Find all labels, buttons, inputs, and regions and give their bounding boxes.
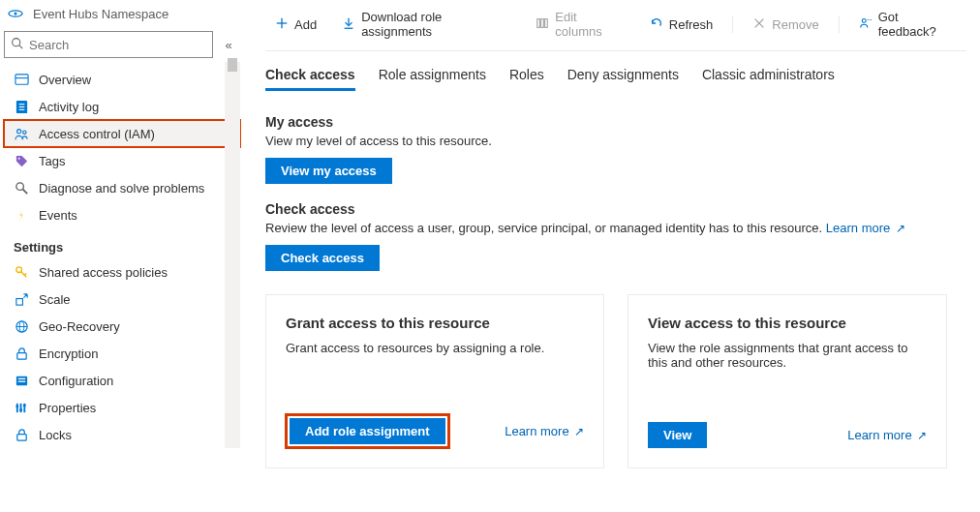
sidebar-item-label: Diagnose and solve problems [39,181,204,196]
sidebar-item-events[interactable]: Events [4,201,240,228]
search-input-wrapper[interactable] [4,31,213,58]
tab-classic-administrators[interactable]: Classic administrators [702,67,835,91]
download-label: Download role assignments [361,10,510,39]
check-access-button[interactable]: Check access [265,245,380,271]
scale-icon [14,291,29,307]
download-icon [342,16,355,33]
view-my-access-button[interactable]: View my access [265,158,392,184]
add-role-assignment-button[interactable]: Add role assignment [290,418,445,444]
collapse-sidebar-button[interactable]: « [221,38,236,52]
sidebar-item-locks[interactable]: Locks [4,421,240,448]
scrollbar-thumb[interactable] [228,58,237,72]
svg-point-13 [15,182,23,190]
svg-rect-4 [15,74,27,83]
svg-rect-25 [17,380,25,381]
feedback-label: Got feedback? [878,10,957,39]
add-button[interactable]: Add [265,15,326,35]
namespace-icon [6,4,25,23]
tab-role-assignments[interactable]: Role assignments [379,67,486,91]
sidebar-item-shared-access-policies[interactable]: Shared access policies [4,258,240,286]
sidebar-scrollbar[interactable] [225,62,240,448]
highlighted-add-role-assignment: Add role assignment [286,414,449,448]
svg-rect-24 [17,377,25,378]
sidebar-item-properties[interactable]: Properties [4,394,240,421]
svg-point-42 [862,18,866,22]
sidebar-item-overview[interactable]: Overview [4,66,240,93]
view-card-title: View access to this resource [648,315,927,331]
tab-deny-assignments[interactable]: Deny assignments [567,67,679,91]
remove-icon [752,16,766,33]
feedback-button[interactable]: Got feedback? [849,8,966,41]
key-icon [14,264,29,280]
my-access-title: My access [265,114,966,130]
download-role-assignments-button[interactable]: Download role assignments [332,8,520,41]
view-learn-more-link[interactable]: Learn more ↗ [847,428,927,442]
refresh-button[interactable]: Refresh [640,15,723,35]
sidebar-item-label: Configuration [39,374,113,388]
my-access-section: My access View my level of access to thi… [265,114,966,184]
search-icon [11,37,23,52]
view-button[interactable]: View [648,422,707,448]
svg-line-17 [24,273,26,275]
my-access-desc: View my level of access to this resource… [265,134,966,148]
events-icon [14,207,29,223]
refresh-icon [650,16,663,33]
cards-row: Grant access to this resource Grant acce… [265,294,966,468]
sidebar-item-tags[interactable]: Tags [4,147,240,174]
configuration-icon [14,373,29,388]
lock-icon [14,427,29,442]
access-control-icon [14,126,29,141]
grant-learn-more-link[interactable]: Learn more ↗ [505,424,584,438]
grant-card-desc: Grant access to resources by assigning a… [286,341,584,355]
svg-point-29 [15,405,18,407]
properties-icon [14,400,29,415]
tab-roles[interactable]: Roles [509,67,544,91]
sidebar-item-encryption[interactable]: Encryption [4,340,240,367]
svg-point-12 [17,157,19,159]
overview-icon [14,72,29,87]
tags-icon [14,153,29,168]
grant-access-card: Grant access to this resource Grant acce… [265,294,604,468]
svg-rect-38 [541,18,544,27]
svg-rect-18 [15,298,22,305]
remove-label: Remove [772,17,818,32]
sidebar-item-label: Tags [39,154,65,168]
sidebar-item-configuration[interactable]: Configuration [4,367,240,394]
tab-check-access[interactable]: Check access [265,67,355,91]
sidebar-item-access-control[interactable]: Access control (IAM) [4,120,240,147]
search-input[interactable] [29,38,206,52]
remove-button: Remove [743,15,828,35]
external-link-icon: ↗ [571,425,584,438]
sidebar-item-geo-recovery[interactable]: Geo-Recovery [4,313,240,340]
check-access-learn-more-link[interactable]: Learn more ↗ [826,221,905,235]
plus-icon [275,16,289,33]
svg-rect-32 [16,434,25,440]
diagnose-icon [14,180,29,196]
svg-rect-22 [16,352,25,359]
sidebar-item-activity-log[interactable]: Activity log [4,93,240,120]
sidebar-item-scale[interactable]: Scale [4,286,240,313]
settings-section-header: Settings [4,228,240,258]
globe-icon [14,318,29,334]
resource-type-label: Event Hubs Namespace [33,7,168,21]
main-panel: Add Download role assignments Edit colum… [252,0,980,468]
feedback-icon [859,16,873,33]
svg-point-1 [15,13,17,15]
sidebar-item-label: Encryption [39,346,98,361]
check-access-desc: Review the level of access a user, group… [265,221,966,235]
sidebar-item-label: Shared access policies [39,265,168,280]
sidebar-item-diagnose[interactable]: Diagnose and solve problems [4,174,240,201]
activity-log-icon [14,99,29,114]
svg-line-14 [22,189,27,194]
external-link-icon: ↗ [914,429,927,442]
sidebar-item-label: Access control (IAM) [39,127,155,141]
check-access-section: Check access Review the level of access … [265,201,966,271]
sidebar-item-label: Scale [39,292,71,307]
svg-point-10 [16,129,20,133]
sidebar-item-label: Overview [39,73,91,87]
svg-rect-39 [545,18,548,27]
sidebar-item-label: Geo-Recovery [39,319,120,334]
left-panel: Event Hubs Namespace « Overview Activity… [0,0,240,448]
sidebar-item-label: Properties [39,401,96,415]
command-bar: Add Download role assignments Edit colum… [265,0,966,51]
